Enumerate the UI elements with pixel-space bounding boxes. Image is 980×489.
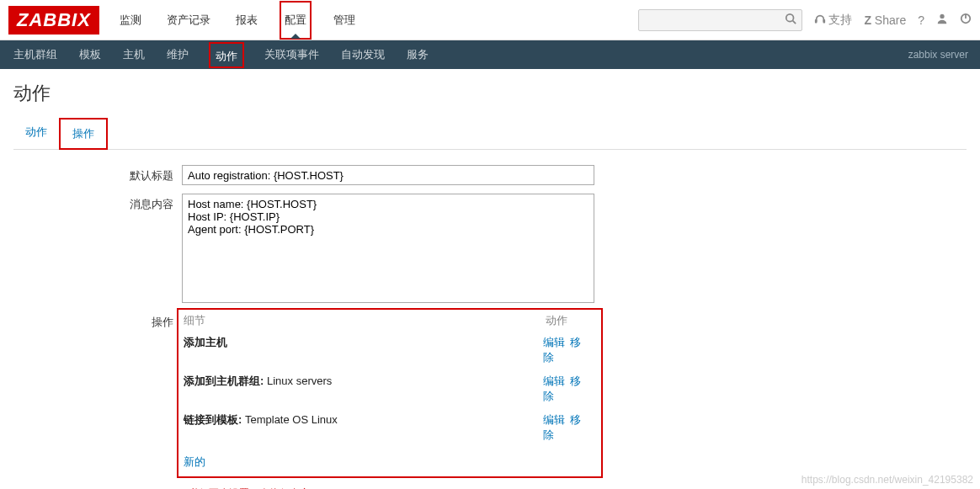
svg-point-4 <box>940 14 944 19</box>
ops-head-action: 动作 <box>546 313 596 328</box>
sub-nav: 主机群组 模板 主机 维护 动作 关联项事件 自动发现 服务 zabbix se… <box>0 40 980 69</box>
watermark: https://blog.csdn.net/weixin_42195382 <box>802 474 973 486</box>
op-detail-bold: 添加到主机群组: <box>184 375 264 387</box>
svg-point-0 <box>786 14 793 22</box>
textarea-message[interactable]: Host name: {HOST.HOST} Host IP: {HOST.IP… <box>182 194 594 303</box>
subnav-templates[interactable]: 模板 <box>77 40 103 69</box>
support-label: 支持 <box>828 13 852 26</box>
subnav-hostgroups[interactable]: 主机群组 <box>12 40 59 69</box>
op-row: 添加到主机群组: Linux servers 编辑移除 <box>184 374 596 404</box>
help-icon[interactable]: ? <box>918 13 924 27</box>
op-edit-link[interactable]: 编辑 <box>543 375 565 387</box>
op-detail-bold: 添加主机 <box>184 336 227 348</box>
subnav-maintenance[interactable]: 维护 <box>165 40 190 69</box>
svg-rect-2 <box>814 19 817 23</box>
share-link[interactable]: Z Share <box>864 13 906 27</box>
search-icon <box>785 13 796 27</box>
subnav-discovery[interactable]: 自动发现 <box>339 40 386 69</box>
subnav-services[interactable]: 服务 <box>405 40 430 69</box>
op-detail-bold: 链接到模板: <box>184 413 242 426</box>
op-edit-link[interactable]: 编辑 <box>543 336 565 348</box>
svg-rect-3 <box>823 19 825 23</box>
ops-head-detail: 细节 <box>184 313 546 328</box>
op-row: 添加主机 编辑移除 <box>184 335 596 365</box>
page-title: 动作 <box>13 81 967 106</box>
topnav-monitoring[interactable]: 监测 <box>116 1 145 40</box>
tab-operations[interactable]: 操作 <box>59 118 108 150</box>
subnav-hosts[interactable]: 主机 <box>121 40 146 69</box>
topnav-reports[interactable]: 报表 <box>232 1 261 40</box>
op-row: 链接到模板: Template OS Linux 编辑移除 <box>184 412 596 443</box>
op-edit-link[interactable]: 编辑 <box>543 413 565 426</box>
tab-action[interactable]: 动作 <box>13 118 59 149</box>
topnav-inventory[interactable]: 资产记录 <box>163 1 214 40</box>
search-input[interactable] <box>638 9 802 31</box>
subnav-server: zabbix server <box>908 49 968 61</box>
tabs: 动作 操作 <box>13 118 967 150</box>
subnav-correlation[interactable]: 关联项事件 <box>263 40 321 69</box>
topnav-menu: 监测 资产记录 报表 配置 管理 <box>116 1 359 40</box>
logo: ZABBIX <box>8 6 99 35</box>
user-icon[interactable] <box>936 13 948 27</box>
op-detail-val: Template OS Linux <box>242 413 337 426</box>
share-label: Share <box>875 13 906 27</box>
label-message: 消息内容 <box>13 194 182 303</box>
input-default-title[interactable] <box>182 165 594 185</box>
operations-table: 细节 动作 添加主机 编辑移除 添加到主机群组: Linux servers 编… <box>184 313 596 470</box>
op-detail-val: Linux servers <box>264 375 332 387</box>
form: 默认标题 消息内容 Host name: {HOST.HOST} Host IP… <box>13 150 967 489</box>
support-link[interactable]: 支持 <box>814 13 853 28</box>
svg-line-1 <box>792 21 796 24</box>
op-new-link[interactable]: 新的 <box>184 454 205 470</box>
topnav-right: 支持 Z Share ? <box>638 9 972 31</box>
topnav-admin[interactable]: 管理 <box>330 1 359 40</box>
top-nav: ZABBIX 监测 资产记录 报表 配置 管理 支持 Z Share ? <box>0 0 980 40</box>
page-body: 动作 动作 操作 默认标题 消息内容 Host name: {HOST.HOST… <box>0 69 980 489</box>
power-icon[interactable] <box>960 13 972 27</box>
topnav-configuration[interactable]: 配置 <box>280 1 312 40</box>
label-operations: 操作 <box>13 311 182 478</box>
label-default-title: 默认标题 <box>13 165 182 185</box>
subnav-actions[interactable]: 动作 <box>209 42 244 68</box>
